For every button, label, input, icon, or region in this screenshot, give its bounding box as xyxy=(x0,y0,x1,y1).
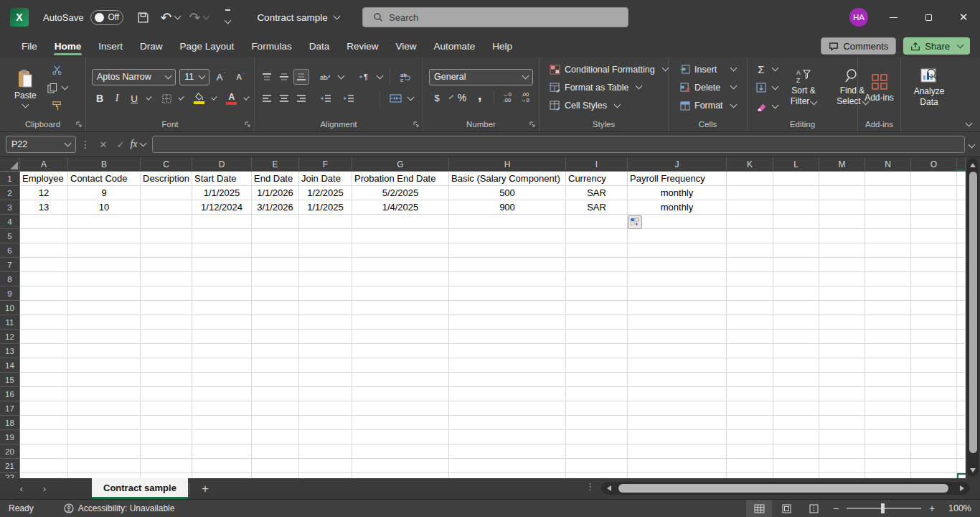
cell-L8[interactable] xyxy=(773,272,819,287)
menu-tab-data[interactable]: Data xyxy=(301,34,339,57)
cell-C17[interactable] xyxy=(141,401,192,416)
cell-B1[interactable]: Contact Code xyxy=(68,172,141,186)
sheet-tab-contract-sample[interactable]: Contract sample xyxy=(92,478,188,499)
cell-N2[interactable] xyxy=(865,186,911,200)
cell-O8[interactable] xyxy=(911,272,957,287)
cell-O10[interactable] xyxy=(911,301,957,315)
cell-E18[interactable] xyxy=(252,416,299,430)
cell-D21[interactable] xyxy=(192,459,252,473)
page-break-view-button[interactable] xyxy=(801,500,826,517)
cell-F17[interactable] xyxy=(299,401,352,416)
cell-F6[interactable] xyxy=(299,243,352,258)
merge-center-button[interactable] xyxy=(387,90,403,106)
column-header-P[interactable] xyxy=(957,157,966,172)
cell-B15[interactable] xyxy=(68,373,141,387)
row-header-19[interactable]: 19 xyxy=(0,430,20,444)
cell-J4[interactable] xyxy=(628,215,727,229)
column-header-L[interactable]: L xyxy=(773,157,819,172)
cell-K5[interactable] xyxy=(727,229,773,243)
cell-J3[interactable]: monthly xyxy=(628,200,727,215)
cell-D22[interactable] xyxy=(192,473,252,478)
cell-J19[interactable] xyxy=(628,430,727,444)
cell-L12[interactable] xyxy=(773,330,819,344)
cell-M1[interactable] xyxy=(819,172,865,186)
underline-chevron-icon[interactable] xyxy=(146,94,152,101)
cell-styles-button[interactable]: Cell Styles xyxy=(544,97,626,115)
cell-H21[interactable] xyxy=(449,459,566,473)
cell-C19[interactable] xyxy=(141,430,192,444)
top-align-button[interactable] xyxy=(259,69,275,85)
cell-H14[interactable] xyxy=(449,358,566,373)
cell-H18[interactable] xyxy=(449,416,566,430)
cell-M22[interactable] xyxy=(819,473,865,478)
cell-K4[interactable] xyxy=(727,215,773,229)
cell-E10[interactable] xyxy=(252,301,299,315)
cell-E12[interactable] xyxy=(252,330,299,344)
cell-H15[interactable] xyxy=(449,373,566,387)
cell-D19[interactable] xyxy=(192,430,252,444)
cell-M10[interactable] xyxy=(819,301,865,315)
cell-M15[interactable] xyxy=(819,373,865,387)
cell-K22[interactable] xyxy=(727,473,773,478)
cell-F2[interactable]: 1/2/2025 xyxy=(299,186,352,200)
cell-P11[interactable] xyxy=(957,315,966,330)
cell-I7[interactable] xyxy=(566,258,628,272)
cell-K16[interactable] xyxy=(727,387,773,401)
row-header-3[interactable]: 3 xyxy=(0,200,20,215)
cell-O17[interactable] xyxy=(911,401,957,416)
cell-P15[interactable] xyxy=(957,373,966,387)
cell-M8[interactable] xyxy=(819,272,865,287)
excel-logo-icon[interactable]: X xyxy=(10,8,29,27)
cell-L6[interactable] xyxy=(773,243,819,258)
copy-button[interactable] xyxy=(47,80,67,96)
cell-G10[interactable] xyxy=(352,301,449,315)
formula-input[interactable] xyxy=(152,136,965,153)
accounting-chevron-icon[interactable] xyxy=(449,94,453,98)
cell-O13[interactable] xyxy=(911,344,957,358)
cell-I14[interactable] xyxy=(566,358,628,373)
scroll-down-arrow-icon[interactable] xyxy=(967,465,979,476)
cell-N20[interactable] xyxy=(865,444,911,459)
cell-E9[interactable] xyxy=(252,287,299,301)
accessibility-status[interactable]: Accessibility: Unavailable xyxy=(64,503,175,513)
cell-N10[interactable] xyxy=(865,301,911,315)
cell-O21[interactable] xyxy=(911,459,957,473)
cell-M16[interactable] xyxy=(819,387,865,401)
cell-G4[interactable] xyxy=(352,215,449,229)
paste-button[interactable]: Paste xyxy=(10,67,41,109)
close-button[interactable]: ✕ xyxy=(947,0,980,34)
cell-N13[interactable] xyxy=(865,344,911,358)
cell-K11[interactable] xyxy=(727,315,773,330)
cell-K21[interactable] xyxy=(727,459,773,473)
previous-sheet-arrow[interactable]: ‹ xyxy=(10,478,33,499)
cell-M12[interactable] xyxy=(819,330,865,344)
cell-F16[interactable] xyxy=(299,387,352,401)
cell-E20[interactable] xyxy=(252,444,299,459)
text-direction-button[interactable]: ¶ xyxy=(357,69,372,85)
comments-button[interactable]: Comments xyxy=(821,37,896,55)
cell-F14[interactable] xyxy=(299,358,352,373)
column-header-A[interactable]: A xyxy=(20,157,68,172)
cell-N15[interactable] xyxy=(865,373,911,387)
cell-I2[interactable]: SAR xyxy=(566,186,628,200)
cell-C6[interactable] xyxy=(141,243,192,258)
cell-K10[interactable] xyxy=(727,301,773,315)
document-title[interactable]: Contract sample xyxy=(257,12,339,23)
orientation-chevron-icon[interactable] xyxy=(338,72,345,79)
cell-O4[interactable] xyxy=(911,215,957,229)
cell-N1[interactable] xyxy=(865,172,911,186)
autosum-button[interactable]: Σ xyxy=(753,61,769,77)
expand-formula-bar-chevron-icon[interactable] xyxy=(969,141,976,148)
increase-decimal-button[interactable]: ←0.00 xyxy=(499,90,515,106)
cell-C9[interactable] xyxy=(141,287,192,301)
cell-N4[interactable] xyxy=(865,215,911,229)
cell-J20[interactable] xyxy=(628,444,727,459)
menu-tab-insert[interactable]: Insert xyxy=(90,34,131,57)
cell-A11[interactable] xyxy=(20,315,68,330)
cell-O15[interactable] xyxy=(911,373,957,387)
share-button[interactable]: Share xyxy=(903,37,970,55)
menu-tab-draw[interactable]: Draw xyxy=(131,34,171,57)
column-header-H[interactable]: H xyxy=(449,157,566,172)
cell-O16[interactable] xyxy=(911,387,957,401)
cell-C14[interactable] xyxy=(141,358,192,373)
